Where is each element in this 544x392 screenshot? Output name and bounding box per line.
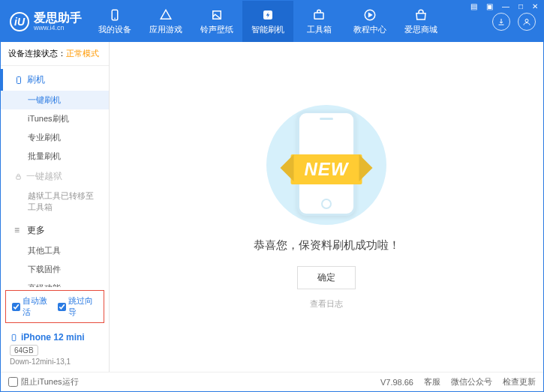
device-card[interactable]: iPhone 12 mini 64GB Down-12mini-13,1 bbox=[5, 329, 104, 369]
maximize-icon[interactable]: □ bbox=[516, 2, 525, 10]
checkbox-label: 自动激活 bbox=[23, 295, 52, 318]
list-icon: ≡ bbox=[14, 225, 23, 235]
sidebar-tree: 刷机 一键刷机 iTunes刷机 专业刷机 批量刷机 一键越狱 越狱工具已转移至… bbox=[1, 66, 109, 287]
svg-point-6 bbox=[525, 19, 528, 22]
header-bar: ▤ ▣ — □ ✕ iU 爱思助手 www.i4.cn 我的设备 应用游戏 bbox=[1, 1, 543, 42]
nav-store[interactable]: 爱思商城 bbox=[395, 1, 446, 42]
section-label: 刷机 bbox=[27, 73, 45, 86]
lock-icon bbox=[14, 172, 23, 181]
nav-label: 应用游戏 bbox=[149, 24, 182, 35]
wechat-link[interactable]: 微信公众号 bbox=[451, 376, 492, 388]
nav-label: 爱思商城 bbox=[404, 24, 437, 35]
account-button[interactable] bbox=[518, 13, 536, 31]
skip-guide-checkbox[interactable]: 跳过向导 bbox=[58, 295, 98, 318]
phone-icon bbox=[10, 334, 18, 342]
minimize-icon[interactable]: — bbox=[500, 2, 512, 10]
flash-options: 自动激活 跳过向导 bbox=[5, 290, 104, 323]
status-bar: 阻止iTunes运行 V7.98.66 客服 微信公众号 检查更新 bbox=[1, 372, 543, 391]
auto-activate-input[interactable] bbox=[12, 303, 20, 311]
auto-activate-checkbox[interactable]: 自动激活 bbox=[12, 295, 52, 318]
app-window: ▤ ▣ — □ ✕ iU 爱思助手 www.i4.cn 我的设备 应用游戏 bbox=[0, 0, 544, 392]
nav-label: 工具箱 bbox=[307, 24, 332, 35]
connection-status: 设备连接状态：正常模式 bbox=[1, 42, 109, 66]
view-log-link[interactable]: 查看日志 bbox=[310, 298, 343, 310]
sidebar-item-pro-flash[interactable]: 专业刷机 bbox=[1, 128, 109, 147]
device-storage-badge: 64GB bbox=[10, 345, 38, 356]
checkbox-label: 阻止iTunes运行 bbox=[21, 376, 79, 388]
connection-value: 正常模式 bbox=[66, 49, 99, 58]
window-controls: ▤ ▣ — □ ✕ bbox=[468, 2, 540, 10]
connection-label: 设备连接状态： bbox=[8, 49, 66, 58]
store-icon bbox=[414, 8, 428, 22]
top-nav: 我的设备 应用游戏 铃声壁纸 智能刷机 工具箱 教程中心 bbox=[89, 1, 446, 42]
svg-rect-8 bbox=[17, 176, 21, 179]
flash-icon bbox=[261, 8, 275, 22]
tutorial-icon bbox=[363, 8, 377, 22]
sidebar-item-itunes-flash[interactable]: iTunes刷机 bbox=[1, 109, 109, 128]
sidebar-item-advanced[interactable]: 高级功能 bbox=[1, 279, 109, 287]
device-name: iPhone 12 mini bbox=[10, 332, 100, 343]
version-label: V7.98.66 bbox=[380, 378, 413, 387]
nav-toolbox[interactable]: 工具箱 bbox=[293, 1, 344, 42]
nav-label: 教程中心 bbox=[353, 24, 386, 35]
nav-label: 我的设备 bbox=[98, 24, 131, 35]
nav-label: 智能刷机 bbox=[251, 24, 284, 35]
app-url: www.i4.cn bbox=[34, 24, 82, 31]
nav-label: 铃声壁纸 bbox=[200, 24, 233, 35]
device-name-text: iPhone 12 mini bbox=[21, 332, 85, 343]
body: 设备连接状态：正常模式 刷机 一键刷机 iTunes刷机 专业刷机 批量刷机 一… bbox=[1, 42, 543, 372]
main-pane: NEW 恭喜您，保资料刷机成功啦！ 确定 查看日志 bbox=[110, 42, 543, 372]
logo: iU 爱思助手 www.i4.cn bbox=[1, 12, 89, 31]
svg-rect-4 bbox=[314, 13, 323, 19]
download-icon bbox=[497, 17, 506, 26]
sidebar-item-oneclick-flash[interactable]: 一键刷机 bbox=[1, 91, 109, 109]
device-icon bbox=[108, 8, 122, 22]
block-itunes-checkbox[interactable]: 阻止iTunes运行 bbox=[8, 376, 79, 388]
section-label: 更多 bbox=[27, 224, 45, 237]
svg-rect-9 bbox=[12, 334, 16, 340]
jailbreak-note: 越狱工具已转移至工具箱 bbox=[1, 187, 109, 220]
ok-button[interactable]: 确定 bbox=[297, 266, 356, 289]
block-itunes-input[interactable] bbox=[8, 377, 18, 387]
download-button[interactable] bbox=[492, 13, 510, 31]
sidebar-item-batch-flash[interactable]: 批量刷机 bbox=[1, 147, 109, 166]
close-icon[interactable]: ✕ bbox=[530, 2, 540, 10]
nav-my-device[interactable]: 我的设备 bbox=[89, 1, 140, 42]
titlebar-menu-icon[interactable]: ▤ bbox=[468, 2, 479, 10]
nav-ringtones[interactable]: 铃声壁纸 bbox=[191, 1, 242, 42]
phone-icon bbox=[14, 76, 23, 85]
apps-icon bbox=[159, 8, 173, 22]
titlebar-skin-icon[interactable]: ▣ bbox=[484, 2, 495, 10]
success-message: 恭喜您，保资料刷机成功啦！ bbox=[254, 238, 400, 253]
skip-guide-input[interactable] bbox=[58, 303, 66, 311]
new-ribbon: NEW bbox=[291, 154, 362, 184]
nav-tutorials[interactable]: 教程中心 bbox=[344, 1, 395, 42]
app-name: 爱思助手 bbox=[34, 12, 82, 24]
sidebar-item-download-firmware[interactable]: 下载固件 bbox=[1, 260, 109, 279]
section-jailbreak: 一键越狱 bbox=[1, 166, 109, 187]
check-update-link[interactable]: 检查更新 bbox=[503, 376, 536, 388]
nav-smart-flash[interactable]: 智能刷机 bbox=[242, 1, 293, 42]
section-more[interactable]: ≡ 更多 bbox=[1, 220, 109, 241]
customer-service-link[interactable]: 客服 bbox=[424, 376, 440, 388]
svg-rect-7 bbox=[17, 76, 21, 83]
toolbox-icon bbox=[312, 8, 326, 22]
nav-apps-games[interactable]: 应用游戏 bbox=[140, 1, 191, 42]
sidebar-item-other-tools[interactable]: 其他工具 bbox=[1, 241, 109, 260]
wallpaper-icon bbox=[210, 8, 224, 22]
section-label: 一键越狱 bbox=[26, 170, 62, 183]
logo-icon: iU bbox=[10, 12, 29, 31]
success-illustration: NEW bbox=[251, 105, 401, 225]
checkbox-label: 跳过向导 bbox=[68, 295, 98, 318]
section-flash[interactable]: 刷机 bbox=[1, 69, 109, 91]
sidebar: 设备连接状态：正常模式 刷机 一键刷机 iTunes刷机 专业刷机 批量刷机 一… bbox=[1, 42, 110, 372]
user-icon bbox=[522, 17, 531, 26]
device-subline: Down-12mini-13,1 bbox=[10, 358, 100, 366]
header-right bbox=[492, 13, 543, 31]
